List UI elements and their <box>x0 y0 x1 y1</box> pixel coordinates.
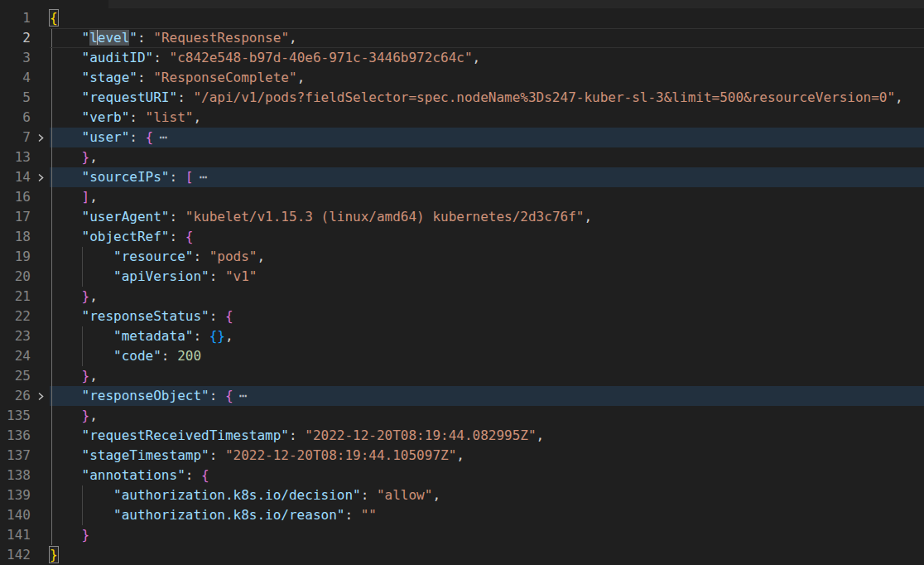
indent-guide-active <box>51 366 52 386</box>
code-content[interactable]: "user": {⋯ <box>50 128 924 147</box>
line-number: 3 <box>0 48 31 68</box>
code-content[interactable]: "code": 200 <box>50 346 924 366</box>
gutter: 135 <box>0 406 50 426</box>
code-line-137[interactable]: 137 "stageTimestamp": "2022-12-20T08:19:… <box>0 446 924 466</box>
folded-region-ellipsis[interactable]: ⋯ <box>199 169 207 185</box>
fold-chevron-slot <box>31 287 50 307</box>
gutter: 21 <box>0 287 50 307</box>
code-line-140[interactable]: 140 "authorization.k8s.io/reason": "" <box>0 505 924 525</box>
code-line-6[interactable]: 6 "verb": "list", <box>0 108 924 128</box>
chevron-right-icon <box>36 173 45 182</box>
fold-chevron-slot <box>31 346 50 366</box>
code-content[interactable]: }, <box>50 406 924 426</box>
code-content[interactable]: "metadata": {}, <box>50 326 924 346</box>
gutter: 16 <box>0 187 50 207</box>
code-line-136[interactable]: 136 "requestReceivedTimestamp": "2022-12… <box>0 426 924 446</box>
line-number: 22 <box>0 307 31 326</box>
code-line-24[interactable]: 24 "code": 200 <box>0 346 924 366</box>
code-line-5[interactable]: 5 "requestURI": "/api/v1/pods?fieldSelec… <box>0 88 924 108</box>
gutter: 6 <box>0 108 50 128</box>
line-number: 18 <box>0 227 31 247</box>
code-content[interactable]: }, <box>50 147 924 167</box>
code-line-139[interactable]: 139 "authorization.k8s.io/decision": "al… <box>0 485 924 505</box>
code-content[interactable]: }, <box>50 287 924 307</box>
folded-region-ellipsis[interactable]: ⋯ <box>159 129 167 145</box>
code-line-25[interactable]: 25 }, <box>0 366 924 386</box>
code-line-3[interactable]: 3 "auditID": "c842e548-b97d-40e6-971c-34… <box>0 48 924 68</box>
code-content[interactable]: "userAgent": "kubelet/v1.15.3 (linux/amd… <box>50 207 924 227</box>
code-content[interactable]: "authorization.k8s.io/decision": "allow"… <box>50 485 924 505</box>
code-line-19[interactable]: 19 "resource": "pods", <box>0 247 924 267</box>
indent-guide-active <box>51 446 52 466</box>
code-content[interactable]: "level": "RequestResponse", <box>50 28 924 48</box>
fold-chevron-slot <box>31 207 50 227</box>
editor-top-border-segment <box>108 0 924 8</box>
code-content[interactable]: "stage": "ResponseComplete", <box>50 68 924 88</box>
code-content[interactable]: "authorization.k8s.io/reason": "" <box>50 505 924 525</box>
code-line-14[interactable]: 14 "sourceIPs": [⋯ <box>0 167 924 187</box>
line-number: 6 <box>0 108 31 128</box>
code-content[interactable]: { <box>50 8 924 28</box>
code-line-17[interactable]: 17 "userAgent": "kubelet/v1.15.3 (linux/… <box>0 207 924 227</box>
code-line-1[interactable]: 1{ <box>0 8 924 28</box>
indent-guide-active <box>51 307 52 326</box>
indent-guide-active <box>51 346 52 366</box>
line-number: 14 <box>0 167 31 187</box>
line-number: 139 <box>0 485 31 505</box>
code-line-18[interactable]: 18 "objectRef": { <box>0 227 924 247</box>
code-content[interactable]: } <box>50 525 924 545</box>
code-content[interactable]: "requestReceivedTimestamp": "2022-12-20T… <box>50 426 924 446</box>
code-line-16[interactable]: 16 ], <box>0 187 924 207</box>
gutter: 3 <box>0 48 50 68</box>
gutter: 141 <box>0 525 50 545</box>
code-content[interactable]: }, <box>50 366 924 386</box>
editor-content[interactable]: 1{2 "level": "RequestResponse",3 "auditI… <box>0 8 924 565</box>
indent-guide <box>82 505 83 525</box>
code-content[interactable]: "objectRef": { <box>50 227 924 247</box>
chevron-right-icon <box>36 392 45 401</box>
indent-guide <box>82 326 83 346</box>
folded-region-ellipsis[interactable]: ⋯ <box>239 388 248 403</box>
code-content[interactable]: "resource": "pods", <box>50 247 924 267</box>
code-line-13[interactable]: 13 }, <box>0 147 924 167</box>
fold-chevron-slot <box>31 446 50 466</box>
code-line-22[interactable]: 22 "responseStatus": { <box>0 307 924 326</box>
fold-chevron-icon[interactable] <box>31 386 50 406</box>
line-number: 23 <box>0 326 31 346</box>
code-line-135[interactable]: 135 }, <box>0 406 924 426</box>
code-line-4[interactable]: 4 "stage": "ResponseComplete", <box>0 68 924 88</box>
code-content[interactable]: "apiVersion": "v1" <box>50 267 924 287</box>
code-content[interactable]: "verb": "list", <box>50 108 924 128</box>
fold-chevron-slot <box>31 8 50 28</box>
indent-guide-active <box>51 88 52 108</box>
code-line-2[interactable]: 2 "level": "RequestResponse", <box>0 28 924 48</box>
code-line-138[interactable]: 138 "annotations": { <box>0 466 924 485</box>
fold-chevron-icon[interactable] <box>31 128 50 147</box>
code-content[interactable]: "requestURI": "/api/v1/pods?fieldSelecto… <box>50 88 924 108</box>
code-line-23[interactable]: 23 "metadata": {}, <box>0 326 924 346</box>
code-content[interactable]: ], <box>50 187 924 207</box>
indent-guide-active <box>51 466 52 485</box>
code-content[interactable]: "stageTimestamp": "2022-12-20T08:19:44.1… <box>50 446 924 466</box>
code-content[interactable]: "sourceIPs": [⋯ <box>50 167 924 187</box>
line-number: 21 <box>0 287 31 307</box>
code-line-142[interactable]: 142} <box>0 545 924 565</box>
code-content[interactable]: "responseStatus": { <box>50 307 924 326</box>
code-content[interactable]: "auditID": "c842e548-b97d-40e6-971c-3446… <box>50 48 924 68</box>
fold-chevron-slot <box>31 48 50 68</box>
code-content[interactable]: "responseObject": {⋯ <box>50 386 924 406</box>
fold-chevron-icon[interactable] <box>31 167 50 187</box>
indent-guide <box>82 346 83 366</box>
code-line-26[interactable]: 26 "responseObject": {⋯ <box>0 386 924 406</box>
indent-guide <box>82 267 83 287</box>
code-content[interactable]: } <box>50 545 924 565</box>
code-line-20[interactable]: 20 "apiVersion": "v1" <box>0 267 924 287</box>
indent-guide-active <box>51 406 52 426</box>
code-line-21[interactable]: 21 }, <box>0 287 924 307</box>
code-content[interactable]: "annotations": { <box>50 466 924 485</box>
code-line-141[interactable]: 141 } <box>0 525 924 545</box>
code-line-7[interactable]: 7 "user": {⋯ <box>0 128 924 147</box>
indent-guide-active <box>51 485 52 505</box>
line-number: 19 <box>0 247 31 267</box>
gutter: 138 <box>0 466 50 485</box>
